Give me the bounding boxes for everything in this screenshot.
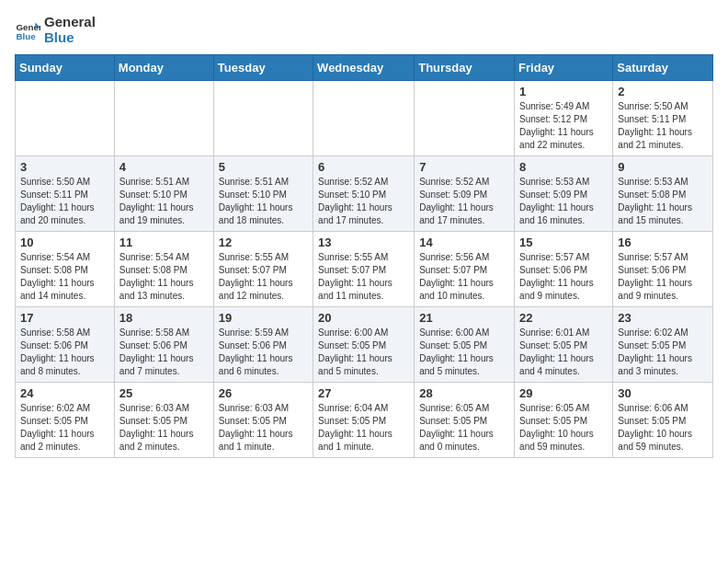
calendar-cell: 9Sunrise: 5:53 AMSunset: 5:08 PMDaylight…	[613, 156, 713, 232]
day-number: 2	[618, 85, 708, 98]
day-number: 18	[119, 311, 209, 325]
day-info: Sunrise: 5:51 AMSunset: 5:10 PMDaylight:…	[219, 176, 308, 227]
day-number: 23	[618, 311, 708, 325]
logo: General Blue General Blue	[15, 15, 96, 45]
day-info: Sunrise: 5:51 AMSunset: 5:10 PMDaylight:…	[119, 176, 209, 227]
col-monday: Monday	[114, 55, 213, 81]
calendar-cell: 6Sunrise: 5:52 AMSunset: 5:10 PMDaylight…	[313, 156, 415, 232]
day-info: Sunrise: 5:58 AMSunset: 5:06 PMDaylight:…	[119, 327, 209, 378]
logo-icon: General Blue	[15, 17, 40, 43]
day-info: Sunrise: 6:02 AMSunset: 5:05 PMDaylight:…	[20, 402, 109, 454]
day-info: Sunrise: 6:03 AMSunset: 5:05 PMDaylight:…	[119, 402, 209, 454]
day-info: Sunrise: 5:50 AMSunset: 5:11 PMDaylight:…	[20, 176, 109, 227]
col-tuesday: Tuesday	[213, 55, 313, 81]
day-info: Sunrise: 5:58 AMSunset: 5:06 PMDaylight:…	[20, 327, 109, 378]
day-number: 4	[119, 160, 209, 174]
day-info: Sunrise: 6:00 AMSunset: 5:05 PMDaylight:…	[419, 327, 509, 378]
calendar-header-row: Sunday Monday Tuesday Wednesday Thursday…	[16, 55, 713, 81]
calendar-cell	[313, 81, 415, 156]
day-info: Sunrise: 6:06 AMSunset: 5:05 PMDaylight:…	[618, 402, 708, 454]
day-number: 10	[20, 236, 109, 249]
calendar-week-row: 3Sunrise: 5:50 AMSunset: 5:11 PMDaylight…	[16, 156, 713, 232]
calendar-cell: 29Sunrise: 6:05 AMSunset: 5:05 PMDayligh…	[515, 383, 613, 458]
day-number: 1	[519, 85, 608, 98]
calendar-cell: 28Sunrise: 6:05 AMSunset: 5:05 PMDayligh…	[415, 383, 515, 458]
calendar-cell: 16Sunrise: 5:57 AMSunset: 5:06 PMDayligh…	[613, 232, 713, 307]
day-number: 6	[318, 160, 409, 174]
day-number: 16	[618, 236, 708, 249]
calendar-week-row: 1Sunrise: 5:49 AMSunset: 5:12 PMDaylight…	[16, 81, 713, 156]
day-number: 17	[20, 311, 109, 325]
day-info: Sunrise: 5:57 AMSunset: 5:06 PMDaylight:…	[519, 251, 608, 303]
calendar-cell: 14Sunrise: 5:56 AMSunset: 5:07 PMDayligh…	[415, 232, 515, 307]
calendar-cell: 7Sunrise: 5:52 AMSunset: 5:09 PMDaylight…	[415, 156, 515, 232]
day-info: Sunrise: 5:54 AMSunset: 5:08 PMDaylight:…	[20, 251, 109, 303]
day-info: Sunrise: 6:05 AMSunset: 5:05 PMDaylight:…	[519, 402, 608, 454]
calendar-cell: 19Sunrise: 5:59 AMSunset: 5:06 PMDayligh…	[213, 307, 313, 383]
calendar-cell: 25Sunrise: 6:03 AMSunset: 5:05 PMDayligh…	[114, 383, 213, 458]
calendar-cell: 30Sunrise: 6:06 AMSunset: 5:05 PMDayligh…	[613, 383, 713, 458]
day-number: 8	[519, 160, 608, 174]
day-info: Sunrise: 6:00 AMSunset: 5:05 PMDaylight:…	[318, 327, 409, 378]
calendar-cell	[415, 81, 515, 156]
day-info: Sunrise: 5:59 AMSunset: 5:06 PMDaylight:…	[219, 327, 308, 378]
day-number: 24	[20, 386, 109, 400]
day-info: Sunrise: 5:56 AMSunset: 5:07 PMDaylight:…	[419, 251, 509, 303]
day-info: Sunrise: 6:03 AMSunset: 5:05 PMDaylight:…	[219, 402, 308, 454]
day-info: Sunrise: 5:50 AMSunset: 5:11 PMDaylight:…	[618, 100, 708, 152]
logo-general: General	[44, 15, 96, 30]
day-number: 14	[419, 236, 509, 249]
calendar-cell: 17Sunrise: 5:58 AMSunset: 5:06 PMDayligh…	[16, 307, 115, 383]
calendar-cell: 10Sunrise: 5:54 AMSunset: 5:08 PMDayligh…	[16, 232, 115, 307]
calendar-cell: 20Sunrise: 6:00 AMSunset: 5:05 PMDayligh…	[313, 307, 415, 383]
day-number: 26	[219, 386, 308, 400]
day-number: 27	[318, 386, 409, 400]
svg-text:Blue: Blue	[16, 30, 36, 40]
calendar-cell	[16, 81, 115, 156]
logo-blue: Blue	[44, 30, 96, 46]
day-info: Sunrise: 6:05 AMSunset: 5:05 PMDaylight:…	[419, 402, 509, 454]
calendar-cell: 4Sunrise: 5:51 AMSunset: 5:10 PMDaylight…	[114, 156, 213, 232]
day-number: 30	[618, 386, 708, 400]
day-number: 5	[219, 160, 308, 174]
calendar-cell: 2Sunrise: 5:50 AMSunset: 5:11 PMDaylight…	[613, 81, 713, 156]
calendar-cell: 11Sunrise: 5:54 AMSunset: 5:08 PMDayligh…	[114, 232, 213, 307]
calendar-week-row: 17Sunrise: 5:58 AMSunset: 5:06 PMDayligh…	[16, 307, 713, 383]
calendar-cell: 26Sunrise: 6:03 AMSunset: 5:05 PMDayligh…	[213, 383, 313, 458]
day-number: 20	[318, 311, 409, 325]
calendar-cell: 12Sunrise: 5:55 AMSunset: 5:07 PMDayligh…	[213, 232, 313, 307]
calendar-cell	[114, 81, 213, 156]
calendar-cell: 24Sunrise: 6:02 AMSunset: 5:05 PMDayligh…	[16, 383, 115, 458]
day-number: 19	[219, 311, 308, 325]
day-info: Sunrise: 5:57 AMSunset: 5:06 PMDaylight:…	[618, 251, 708, 303]
col-friday: Friday	[515, 55, 613, 81]
calendar-cell: 3Sunrise: 5:50 AMSunset: 5:11 PMDaylight…	[16, 156, 115, 232]
day-info: Sunrise: 5:49 AMSunset: 5:12 PMDaylight:…	[519, 100, 608, 152]
calendar-cell: 15Sunrise: 5:57 AMSunset: 5:06 PMDayligh…	[515, 232, 613, 307]
day-number: 13	[318, 236, 409, 249]
calendar-cell: 22Sunrise: 6:01 AMSunset: 5:05 PMDayligh…	[515, 307, 613, 383]
day-number: 29	[519, 386, 608, 400]
calendar-cell: 8Sunrise: 5:53 AMSunset: 5:09 PMDaylight…	[515, 156, 613, 232]
day-number: 12	[219, 236, 308, 249]
day-number: 11	[119, 236, 209, 249]
calendar-cell: 23Sunrise: 6:02 AMSunset: 5:05 PMDayligh…	[613, 307, 713, 383]
calendar-cell: 1Sunrise: 5:49 AMSunset: 5:12 PMDaylight…	[515, 81, 613, 156]
col-wednesday: Wednesday	[313, 55, 415, 81]
day-number: 3	[20, 160, 109, 174]
col-saturday: Saturday	[613, 55, 713, 81]
calendar-cell: 21Sunrise: 6:00 AMSunset: 5:05 PMDayligh…	[415, 307, 515, 383]
day-number: 22	[519, 311, 608, 325]
calendar-table: Sunday Monday Tuesday Wednesday Thursday…	[15, 54, 713, 458]
day-info: Sunrise: 5:52 AMSunset: 5:10 PMDaylight:…	[318, 176, 409, 227]
day-info: Sunrise: 5:53 AMSunset: 5:09 PMDaylight:…	[519, 176, 608, 227]
day-number: 25	[119, 386, 209, 400]
calendar-cell	[213, 81, 313, 156]
day-number: 7	[419, 160, 509, 174]
calendar-cell: 13Sunrise: 5:55 AMSunset: 5:07 PMDayligh…	[313, 232, 415, 307]
header: General Blue General Blue	[15, 15, 713, 45]
day-number: 28	[419, 386, 509, 400]
day-info: Sunrise: 5:54 AMSunset: 5:08 PMDaylight:…	[119, 251, 209, 303]
calendar-cell: 27Sunrise: 6:04 AMSunset: 5:05 PMDayligh…	[313, 383, 415, 458]
day-number: 21	[419, 311, 509, 325]
